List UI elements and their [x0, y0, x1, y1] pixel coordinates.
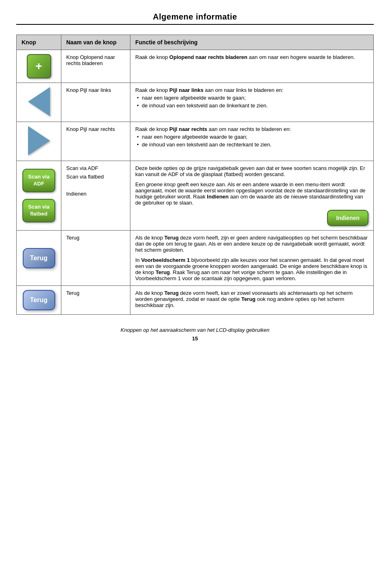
functie-text: Raak de knop Pijl naar links aan om naar…	[135, 87, 283, 93]
knop-icon-cell: +	[17, 50, 61, 83]
functie-terug2-text: Als de knop Terug deze vorm heeft, kan e…	[135, 290, 368, 308]
list-item: de inhoud van een tekstveld aan de recht…	[135, 142, 368, 148]
knop-icon-cell: Terug	[17, 286, 61, 315]
naam-cell: Knop Pijl naar links	[61, 83, 130, 122]
arrow-right-button[interactable]	[28, 126, 50, 155]
functie-cell: Raak de knop Pijl naar links aan om naar…	[130, 83, 374, 122]
main-table: Knop Naam van de knop Functie of beschri…	[16, 35, 374, 315]
knop-icon-cell	[17, 83, 61, 122]
naam-label-2: Scan via flatbed	[66, 174, 125, 180]
table-row: Scan viaADF Scan viaflatbed Scan via ADF…	[17, 161, 374, 231]
functie-cell: Raak de knop Pijl naar rechts aan om naa…	[130, 122, 374, 161]
functie-scan-text: Deze beide opties op de grijze navigatie…	[135, 165, 368, 177]
terug1-label: Terug	[30, 255, 48, 261]
functie-cell: Als de knop Terug deze vorm heeft, zijn …	[130, 231, 374, 286]
plus-button[interactable]: +	[27, 54, 51, 78]
table-row: Terug Terug Als de knop Terug deze vorm …	[17, 231, 374, 286]
functie-cell: Deze beide opties op de grijze navigatie…	[130, 161, 374, 231]
knop-icon-cell: Terug	[17, 231, 61, 286]
naam-label: Terug	[66, 235, 80, 241]
table-row: Terug Terug Als de knop Terug deze vorm …	[17, 286, 374, 315]
page-title: Algemene informatie	[16, 12, 374, 22]
header-knop: Knop	[17, 35, 61, 50]
knop-icon-cell: Scan viaADF Scan viaflatbed	[17, 161, 61, 231]
naam-label: Knop Pijl naar links	[66, 87, 111, 93]
knop-icon-cell	[17, 122, 61, 161]
list-item: naar een lagere afgebeelde waarde te gaa…	[135, 95, 368, 101]
header-functie: Functie of beschrijving	[130, 35, 374, 50]
functie-text: Raak de knop Pijl naar rechts aan om naa…	[135, 126, 291, 132]
terug2-button[interactable]: Terug	[23, 290, 55, 310]
functie-cell: Raak de knop Oplopend naar rechts blader…	[130, 50, 374, 83]
naam-cell: Terug	[61, 231, 130, 286]
terug1-button[interactable]: Terug	[23, 248, 55, 268]
functie-indienen-text: Een groene knop geeft een keuze aan. Als…	[135, 181, 368, 206]
naam-label-1: Scan via ADF	[66, 165, 125, 171]
indienen-button[interactable]: Indienen	[327, 210, 368, 226]
header-naam: Naam van de knop	[61, 35, 130, 50]
naam-label: Terug	[66, 290, 80, 296]
naam-label: Knop Oplopend naar rechts bladeren	[66, 54, 115, 66]
scan-buttons-group: Scan viaADF Scan viaflatbed	[22, 169, 56, 222]
naam-cell: Terug	[61, 286, 130, 315]
scan-adf-button[interactable]: Scan viaADF	[22, 169, 55, 192]
functie-terug1-p1: Als de knop Terug deze vorm heeft, zijn …	[135, 235, 368, 253]
functie-text: Raak de knop Oplopend naar rechts blader…	[135, 54, 355, 60]
indienen-row: Indienen	[135, 210, 368, 226]
functie-cell: Als de knop Terug deze vorm heeft, kan e…	[130, 286, 374, 315]
footer-text: Knoppen op het aanraakscherm van het LCD…	[121, 327, 269, 333]
scan-flatbed-button[interactable]: Scan viaflatbed	[22, 199, 55, 222]
naam-label-3: Indienen	[66, 191, 125, 197]
functie-list: naar een hogere afgebeelde waarde te gaa…	[135, 134, 368, 148]
arrow-left-button[interactable]	[28, 87, 50, 116]
indienen-label: Indienen	[336, 215, 360, 221]
list-item: de inhoud van een tekstveld aan de linke…	[135, 102, 368, 109]
table-row: Knop Pijl naar links Raak de knop Pijl n…	[17, 83, 374, 122]
functie-list: naar een lagere afgebeelde waarde te gaa…	[135, 95, 368, 109]
scan-flatbed-label: Scan viaflatbed	[28, 204, 50, 217]
naam-cell: Scan via ADF Scan via flatbed Indienen	[61, 161, 130, 231]
scan-adf-label: Scan viaADF	[28, 174, 50, 187]
naam-label: Knop Pijl naar rechts	[66, 126, 115, 132]
naam-cell: Knop Oplopend naar rechts bladeren	[61, 50, 130, 83]
functie-terug1-p2: In Voorbeeldscherm 1 bijvoorbeeld zijn a…	[135, 257, 368, 281]
terug2-label: Terug	[30, 296, 48, 303]
title-divider	[16, 24, 374, 25]
list-item: naar een hogere afgebeelde waarde te gaa…	[135, 134, 368, 140]
page-number: 15	[16, 335, 374, 342]
table-row: + Knop Oplopend naar rechts bladeren Raa…	[17, 50, 374, 83]
naam-multi: Scan via ADF Scan via flatbed Indienen	[66, 165, 125, 197]
footer: Knoppen op het aanraakscherm van het LCD…	[16, 327, 374, 333]
naam-cell: Knop Pijl naar rechts	[61, 122, 130, 161]
table-row: Knop Pijl naar rechts Raak de knop Pijl …	[17, 122, 374, 161]
